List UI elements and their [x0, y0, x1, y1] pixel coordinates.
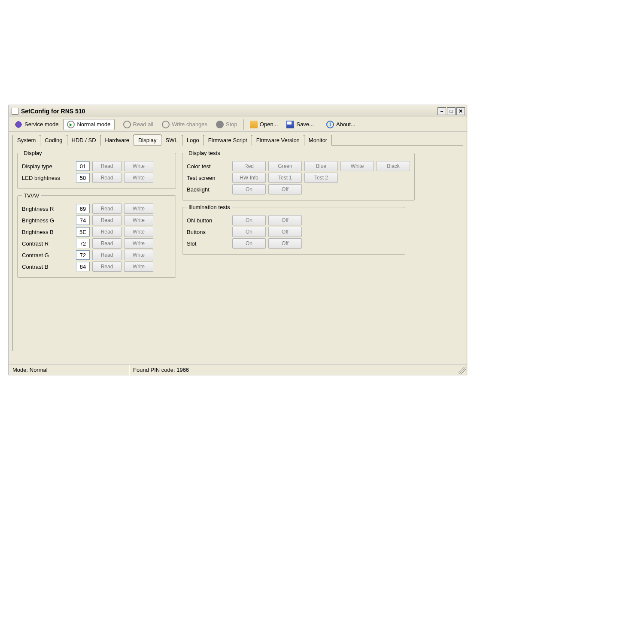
- read-button[interactable]: Read: [92, 204, 122, 214]
- read-all-button[interactable]: Read all: [119, 119, 158, 130]
- buttons-off[interactable]: Off: [268, 227, 302, 237]
- read-button[interactable]: Read: [92, 173, 122, 183]
- row-led-brightness: LED brightness Read Write: [22, 173, 171, 183]
- read-button[interactable]: Read: [92, 227, 122, 237]
- refresh-icon: [123, 121, 131, 128]
- tab-monitor[interactable]: Monitor: [304, 135, 332, 146]
- read-button[interactable]: Read: [92, 261, 122, 272]
- black-button[interactable]: Black: [377, 161, 410, 171]
- label: Brightness G: [22, 217, 73, 224]
- group-title: Illumination tests: [187, 204, 232, 210]
- label: Brightness B: [22, 229, 73, 235]
- on-button-off[interactable]: Off: [268, 215, 302, 225]
- slot-off[interactable]: Off: [268, 238, 302, 249]
- tab-display[interactable]: Display: [134, 134, 161, 145]
- contrast-r-input[interactable]: [76, 239, 90, 248]
- write-button[interactable]: Write: [124, 204, 153, 214]
- resize-grip-icon[interactable]: [458, 367, 466, 374]
- stop-icon: [216, 121, 224, 128]
- group-title: Display tests: [187, 150, 222, 156]
- label: Slot: [187, 240, 230, 247]
- tab-hdd-sd[interactable]: HDD / SD: [67, 135, 101, 146]
- left-column: Display Display type Read Write LED brig…: [17, 150, 176, 278]
- test2-button[interactable]: Test 2: [304, 173, 338, 183]
- separator: [117, 119, 117, 130]
- close-button[interactable]: ✕: [456, 107, 465, 115]
- label: Contrast B: [22, 264, 73, 270]
- led-brightness-input[interactable]: [76, 173, 90, 182]
- read-button[interactable]: Read: [92, 250, 122, 260]
- open-button[interactable]: Open...: [246, 119, 282, 130]
- label: Normal mode: [77, 121, 110, 128]
- save-button[interactable]: Save...: [283, 119, 317, 130]
- test1-button[interactable]: Test 1: [268, 173, 302, 183]
- tab-logo[interactable]: Logo: [182, 135, 204, 146]
- display-type-input[interactable]: [76, 161, 90, 171]
- group-tvav: TV/AV Brightness R Read Write Brightness…: [17, 192, 176, 278]
- window-controls: – □ ✕: [437, 107, 465, 115]
- hw-info-button[interactable]: HW Info: [232, 173, 266, 183]
- contrast-g-input[interactable]: [76, 250, 90, 260]
- read-button[interactable]: Read: [92, 161, 122, 171]
- tab-hardware[interactable]: Hardware: [100, 135, 134, 146]
- buttons-on[interactable]: On: [232, 227, 266, 237]
- brightness-g-input[interactable]: [76, 216, 90, 225]
- row-test-screen: Test screen HW Info Test 1 Test 2: [187, 173, 410, 183]
- label: Write changes: [172, 121, 207, 128]
- on-button-on[interactable]: On: [232, 215, 266, 225]
- read-button[interactable]: Read: [92, 215, 122, 225]
- tab-firmware-version[interactable]: Firmware Version: [252, 135, 304, 146]
- tab-system[interactable]: System: [12, 135, 40, 146]
- backlight-on-button[interactable]: On: [232, 184, 266, 194]
- brightness-r-input[interactable]: [76, 204, 90, 213]
- write-changes-button[interactable]: Write changes: [158, 119, 211, 130]
- write-button[interactable]: Write: [124, 227, 153, 237]
- normal-mode-button[interactable]: Normal mode: [63, 119, 114, 130]
- backlight-off-button[interactable]: Off: [268, 184, 302, 194]
- stop-button[interactable]: Stop: [212, 119, 241, 130]
- green-button[interactable]: Green: [268, 161, 302, 171]
- group-illumination-tests: Illumination tests ON button On Off Butt…: [182, 204, 405, 255]
- group-title: Display: [22, 150, 44, 156]
- row-buttons: Buttons On Off: [187, 227, 401, 237]
- about-button[interactable]: About...: [322, 119, 359, 130]
- tab-strip: System Coding HDD / SD Hardware Display …: [12, 134, 463, 145]
- tab-coding[interactable]: Coding: [40, 135, 67, 146]
- read-button[interactable]: Read: [92, 238, 122, 249]
- label: Open...: [260, 121, 278, 128]
- maximize-button[interactable]: □: [447, 107, 456, 115]
- separator: [320, 119, 320, 130]
- brightness-b-input[interactable]: [76, 227, 90, 237]
- label: Stop: [226, 121, 237, 128]
- blue-button[interactable]: Blue: [304, 161, 338, 171]
- write-button[interactable]: Write: [124, 238, 153, 249]
- write-button[interactable]: Write: [124, 215, 153, 225]
- white-button[interactable]: White: [340, 161, 374, 171]
- minimize-button[interactable]: –: [437, 107, 446, 115]
- service-mode-button[interactable]: Service mode: [11, 119, 62, 130]
- separator: [243, 119, 244, 130]
- row-display-type: Display type Read Write: [22, 161, 171, 171]
- label: Read all: [133, 121, 154, 128]
- write-button[interactable]: Write: [124, 250, 153, 260]
- row-color-test: Color test Red Green Blue White Black: [187, 161, 410, 171]
- contrast-b-input[interactable]: [76, 262, 90, 271]
- red-button[interactable]: Red: [232, 161, 266, 171]
- write-button[interactable]: Write: [124, 161, 153, 171]
- content-area: System Coding HDD / SD Hardware Display …: [9, 132, 467, 365]
- gear-icon: [15, 121, 22, 128]
- group-title: TV/AV: [22, 192, 41, 199]
- label: Test screen: [187, 175, 230, 181]
- tab-panel-display: Display Display type Read Write LED brig…: [12, 145, 463, 351]
- label: Contrast R: [22, 240, 73, 247]
- label: Buttons: [187, 229, 230, 235]
- tab-firmware-script[interactable]: Firmware Script: [204, 135, 252, 146]
- write-button[interactable]: Write: [124, 261, 153, 272]
- write-button[interactable]: Write: [124, 173, 153, 183]
- slot-on[interactable]: On: [232, 238, 266, 249]
- toolbar: Service mode Normal mode Read all Write …: [9, 117, 467, 132]
- window-title: SetConfig for RNS 510: [21, 108, 437, 115]
- tab-swl[interactable]: SWL: [161, 135, 182, 146]
- label: LED brightness: [22, 175, 73, 181]
- row-contrast-g: Contrast G Read Write: [22, 250, 171, 260]
